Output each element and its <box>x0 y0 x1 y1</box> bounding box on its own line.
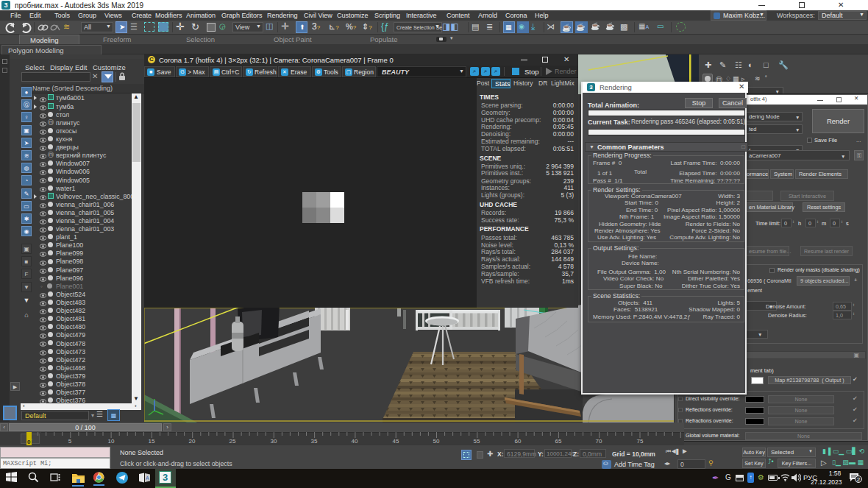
svg-text:A: A <box>146 475 149 481</box>
svg-text:5: 5 <box>68 438 72 445</box>
svg-text:60: 60 <box>515 438 522 445</box>
svg-text:45: 45 <box>393 438 399 445</box>
svg-text:40: 40 <box>352 438 358 445</box>
svg-text:30: 30 <box>271 438 277 445</box>
svg-text:10: 10 <box>108 438 115 445</box>
svg-text:15: 15 <box>149 438 155 445</box>
svg-text:35: 35 <box>311 438 318 445</box>
svg-text:25: 25 <box>230 438 236 445</box>
svg-text:65: 65 <box>555 438 562 445</box>
svg-text:70: 70 <box>596 438 602 445</box>
svg-text:75: 75 <box>637 438 644 445</box>
svg-text:55: 55 <box>474 438 480 445</box>
svg-text:50: 50 <box>433 438 440 445</box>
svg-text:20: 20 <box>189 438 196 445</box>
